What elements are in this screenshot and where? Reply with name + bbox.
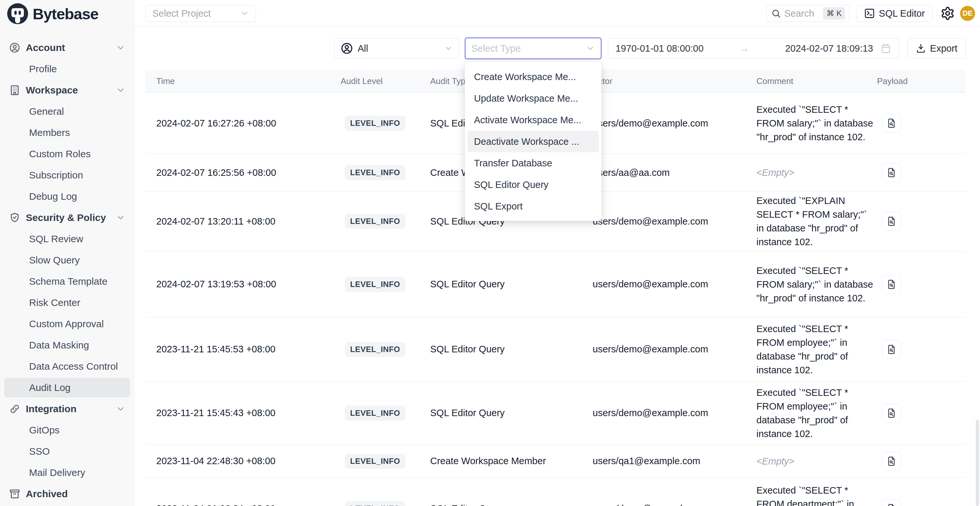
- payload-view-button[interactable]: [882, 452, 901, 471]
- comment-text: Executed `"SELECT * FROM employee;"` in …: [756, 386, 874, 441]
- sidebar-item-sso[interactable]: SSO: [4, 442, 130, 461]
- menu-item-activate-workspace-me[interactable]: Activate Workspace Me...: [468, 109, 599, 131]
- sidebar-item-risk-center[interactable]: Risk Center: [4, 293, 130, 312]
- cell-audit-level: LEVEL_INFO: [345, 154, 405, 191]
- payload-view-button[interactable]: [882, 340, 901, 359]
- chevron-down-icon: [116, 213, 126, 223]
- topbar: Select Project Search ⌘ K SQL Editor DE: [134, 0, 980, 27]
- archive-icon: [9, 488, 21, 500]
- payload-view-button[interactable]: [882, 404, 901, 423]
- cell-time: 2024-02-07 16:25:56 +08:00: [156, 154, 333, 191]
- sidebar-section-label: Security & Policy: [26, 212, 110, 223]
- cell-audit-level: LEVEL_INFO: [345, 191, 405, 251]
- payload-view-button[interactable]: [882, 163, 901, 182]
- cell-comment: <Empty>: [756, 445, 874, 477]
- chevron-down-icon: [586, 44, 595, 53]
- menu-item-deactivate-workspace[interactable]: Deactivate Workspace ...: [468, 131, 599, 152]
- payload-view-button[interactable]: [882, 212, 901, 231]
- comment-text: Executed `"SELECT * FROM department;"` i…: [756, 477, 874, 506]
- menu-item-transfer-database[interactable]: Transfer Database: [468, 152, 599, 174]
- calendar-icon: [880, 43, 891, 54]
- sql-editor-label: SQL Editor: [879, 8, 925, 19]
- export-button[interactable]: Export: [907, 38, 966, 59]
- cell-audit-type: SQL Editor Query: [430, 317, 587, 381]
- sidebar-section-label: Integration: [26, 403, 110, 414]
- comment-text: Executed `"EXPLAIN SELECT * FROM salary;…: [756, 194, 874, 249]
- sidebar-item-schema-template[interactable]: Schema Template: [4, 272, 130, 291]
- sidebar-section-account[interactable]: Account: [4, 38, 130, 57]
- sidebar-item-debug-log[interactable]: Debug Log: [4, 187, 130, 206]
- cell-payload: [882, 317, 901, 381]
- cell-time: 2023-11-21 15:45:53 +08:00: [156, 317, 333, 381]
- sidebar-item-data-masking[interactable]: Data Masking: [4, 336, 130, 355]
- audit-level-badge: LEVEL_INFO: [345, 342, 405, 357]
- search-placeholder: Search: [784, 8, 814, 19]
- date-range-picker[interactable]: 1970-01-01 08:00:00 → 2024-02-07 18:09:1…: [608, 38, 899, 59]
- cell-actor: users/demo@example.com: [593, 317, 753, 381]
- audit-level-badge: LEVEL_INFO: [345, 501, 405, 506]
- cell-time: 2023-11-04 01:06:34 +08:00: [156, 477, 333, 506]
- avatar[interactable]: DE: [960, 6, 975, 21]
- sidebar-item-sql-review[interactable]: SQL Review: [4, 229, 130, 249]
- table-row: 2023-11-04 22:48:30 +08:00LEVEL_INFOCrea…: [145, 445, 966, 477]
- cell-actor: users/qa1@example.com: [593, 445, 753, 477]
- sidebar-item-data-access-control[interactable]: Data Access Control: [4, 356, 130, 376]
- sidebar-section-workspace[interactable]: Workspace: [4, 80, 130, 100]
- shield-check-icon: [9, 212, 21, 224]
- cell-actor: users/demo@example.com: [593, 93, 753, 154]
- menu-item-update-workspace-me[interactable]: Update Workspace Me...: [468, 88, 599, 109]
- menu-item-sql-export[interactable]: SQL Export: [468, 196, 599, 217]
- brand[interactable]: Bytebase: [7, 3, 99, 24]
- file-search-icon: [886, 407, 897, 419]
- file-search-icon: [886, 456, 897, 467]
- column-header-comment: Comment: [756, 70, 793, 92]
- sidebar-item-audit-log[interactable]: Audit Log: [4, 378, 130, 398]
- sidebar-item-profile[interactable]: Profile: [4, 59, 130, 79]
- sidebar-item-slow-query[interactable]: Slow Query: [4, 250, 130, 270]
- link-icon: [9, 403, 21, 415]
- cell-time: 2023-11-04 22:48:30 +08:00: [156, 445, 333, 477]
- sidebar-section-archived[interactable]: Archived: [4, 484, 130, 504]
- table-row: 2023-11-21 15:45:53 +08:00LEVEL_INFOSQL …: [145, 317, 966, 382]
- comment-text: <Empty>: [756, 454, 874, 468]
- sidebar-section-security-policy[interactable]: Security & Policy: [4, 208, 130, 228]
- cell-payload: [882, 93, 901, 154]
- sidebar-item-gitops[interactable]: GitOps: [4, 420, 130, 440]
- sidebar-item-general[interactable]: General: [4, 102, 130, 121]
- cell-payload: [882, 382, 901, 444]
- date-from-value: 1970-01-01 08:00:00: [616, 43, 703, 54]
- menu-item-create-workspace-me[interactable]: Create Workspace Me...: [468, 66, 599, 88]
- cell-audit-level: LEVEL_INFO: [345, 445, 405, 477]
- payload-view-button[interactable]: [882, 275, 901, 294]
- comment-text: <Empty>: [756, 166, 874, 180]
- cell-comment: <Empty>: [756, 154, 874, 191]
- sidebar-section-integration[interactable]: Integration: [4, 399, 130, 419]
- settings-gear-icon[interactable]: [940, 6, 955, 21]
- actor-filter-select[interactable]: All: [334, 38, 459, 59]
- payload-view-button[interactable]: [882, 499, 901, 506]
- sidebar-item-subscription[interactable]: Subscription: [4, 165, 130, 185]
- cell-comment: Executed `"SELECT * FROM employee;"` in …: [756, 317, 874, 381]
- audit-level-badge: LEVEL_INFO: [345, 165, 405, 180]
- chevron-down-icon: [116, 404, 126, 414]
- cell-payload: [882, 191, 901, 251]
- cell-audit-type: SQL Editor Query: [430, 251, 587, 317]
- file-search-icon: [886, 344, 897, 355]
- cell-comment: Executed `"EXPLAIN SELECT * FROM salary;…: [756, 191, 874, 251]
- sql-editor-button[interactable]: SQL Editor: [856, 5, 932, 22]
- table-row: 2023-11-04 01:06:34 +08:00LEVEL_INFOSQL …: [145, 477, 966, 506]
- chevron-down-icon: [116, 43, 126, 53]
- menu-item-sql-editor-query[interactable]: SQL Editor Query: [468, 174, 599, 196]
- sidebar-item-mail-delivery[interactable]: Mail Delivery: [4, 463, 130, 482]
- sidebar-item-custom-approval[interactable]: Custom Approval: [4, 314, 130, 334]
- sidebar-section-label: Archived: [26, 488, 126, 500]
- type-filter-select[interactable]: Select Type: [465, 38, 601, 59]
- chevron-down-icon: [240, 9, 249, 18]
- project-select[interactable]: Select Project: [145, 5, 256, 22]
- scrollbar-thumb[interactable]: [976, 420, 979, 506]
- chevron-down-icon: [116, 85, 126, 95]
- sidebar-item-members[interactable]: Members: [4, 123, 130, 143]
- search-input[interactable]: Search ⌘ K: [766, 5, 849, 22]
- sidebar-item-custom-roles[interactable]: Custom Roles: [4, 144, 130, 164]
- payload-view-button[interactable]: [882, 114, 901, 133]
